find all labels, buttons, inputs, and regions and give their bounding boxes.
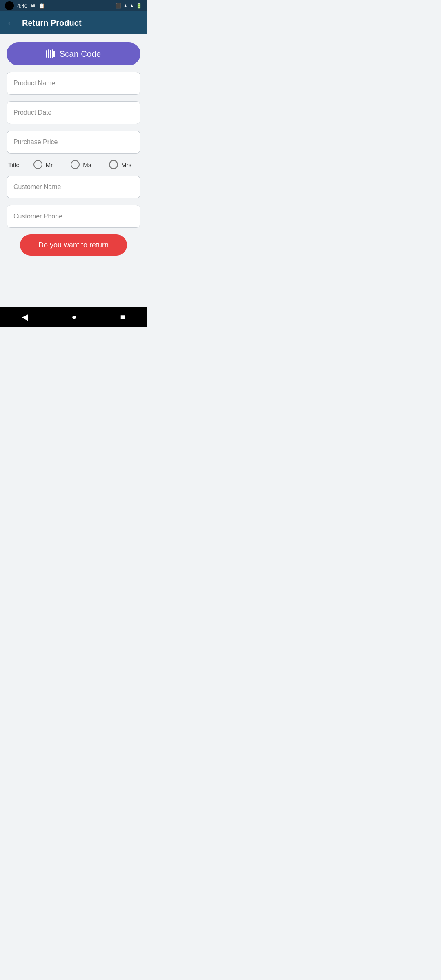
- page-title: Return Product: [22, 18, 82, 28]
- return-button[interactable]: Do you want to return: [20, 234, 127, 256]
- title-label: Title: [8, 161, 20, 168]
- radio-ms[interactable]: Ms: [71, 160, 91, 169]
- nav-home-button[interactable]: ●: [63, 309, 85, 325]
- customer-phone-input[interactable]: [7, 205, 140, 228]
- signal-icon: ▲: [129, 3, 134, 9]
- bottom-nav: ◀ ● ■: [0, 307, 147, 327]
- radio-label-ms: Ms: [83, 161, 91, 168]
- main-content: Scan Code Title Mr Ms Mrs Do you want t: [0, 34, 147, 307]
- radio-label-mr: Mr: [46, 161, 53, 168]
- nav-recents-button[interactable]: ■: [112, 309, 133, 325]
- nav-back-button[interactable]: ◀: [13, 309, 36, 325]
- camera-indicator: [5, 1, 14, 10]
- radio-circle-ms: [71, 160, 80, 169]
- radio-label-mrs: Mrs: [121, 161, 131, 168]
- radio-mrs[interactable]: Mrs: [109, 160, 131, 169]
- battery-icon: 🔋: [136, 3, 142, 9]
- radio-group: Mr Ms Mrs: [26, 160, 139, 169]
- status-icons-right: ⬛ ▲ ▲ 🔋: [115, 3, 142, 9]
- copy-icon: 📋: [39, 3, 45, 9]
- purchase-price-input[interactable]: [7, 131, 140, 154]
- back-button[interactable]: ←: [7, 18, 16, 27]
- status-bar: 4:40 ⏯ 📋 ⬛ ▲ ▲ 🔋: [0, 0, 147, 11]
- status-bar-left: 4:40 ⏯ 📋: [5, 1, 45, 10]
- title-row: Title Mr Ms Mrs: [7, 160, 140, 169]
- radio-circle-mr: [33, 160, 42, 169]
- radio-circle-mrs: [109, 160, 118, 169]
- product-date-input[interactable]: [7, 101, 140, 124]
- scan-code-label: Scan Code: [60, 49, 101, 59]
- scan-code-button[interactable]: Scan Code: [7, 42, 140, 65]
- barcode-icon: [46, 49, 55, 58]
- wifi-icon: ▲: [123, 3, 128, 9]
- app-bar: ← Return Product: [0, 11, 147, 34]
- customer-name-input[interactable]: [7, 176, 140, 198]
- media-icon: ⏯: [31, 3, 36, 9]
- location-icon: ⬛: [115, 3, 121, 9]
- status-time: 4:40: [17, 3, 27, 9]
- product-name-input[interactable]: [7, 72, 140, 95]
- radio-mr[interactable]: Mr: [33, 160, 53, 169]
